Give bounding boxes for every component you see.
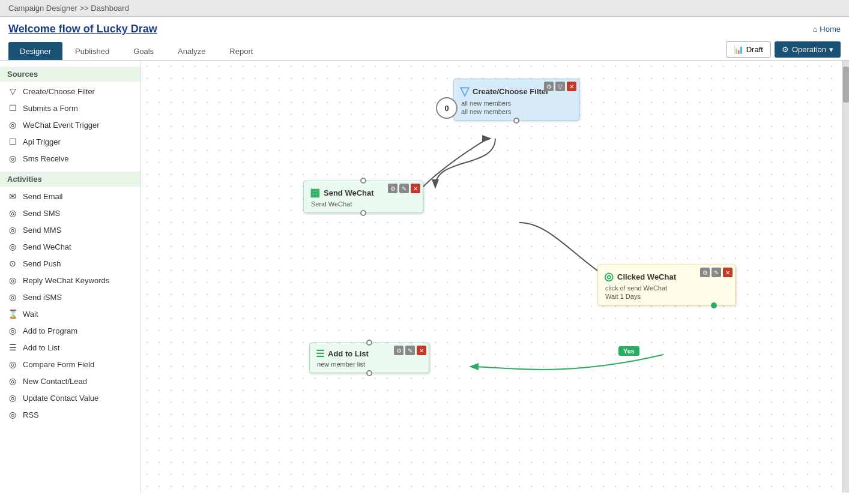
home-icon: ⌂ xyxy=(812,25,817,34)
tab-analyze[interactable]: Analyze xyxy=(166,42,217,60)
wechat-node-icon: ▦ xyxy=(310,186,320,199)
sources-section-title: Sources xyxy=(0,67,140,82)
clicked-node-sub1: click of send WeChat xyxy=(604,284,729,292)
sidebar-item-rss[interactable]: ◎ RSS xyxy=(0,406,140,423)
sidebar-item-label: New Contact/Lead xyxy=(23,377,87,386)
sidebar-item-label: Create/Choose Filter xyxy=(23,87,95,96)
wechat-icon: ◎ xyxy=(7,120,18,130)
sidebar-item-new-contact[interactable]: ◎ New Contact/Lead xyxy=(0,373,140,389)
sidebar-item-filter[interactable]: ▽ Create/Choose Filter xyxy=(0,83,140,100)
scrollbar-thumb[interactable] xyxy=(843,67,849,103)
tab-bar: Designer Published Goals Analyze Report … xyxy=(0,38,849,61)
isms-icon: ◎ xyxy=(7,292,18,302)
clicked-wechat-node[interactable]: ⚙ ✎ ✕ ◎ Clicked WeChat click of send WeC… xyxy=(597,265,736,305)
sidebar-item-send-email[interactable]: ✉ Send Email xyxy=(0,188,140,205)
main-container: Campaign Designer >> Dashboard Welcome f… xyxy=(0,0,849,504)
list-settings-btn[interactable]: ⚙ xyxy=(394,346,403,355)
wechat-close-btn[interactable]: ✕ xyxy=(411,184,420,193)
sidebar-item-sms-receive[interactable]: ◎ Sms Receive xyxy=(0,150,140,167)
list-close-btn[interactable]: ✕ xyxy=(417,346,426,355)
filter-close-btn[interactable]: ✕ xyxy=(567,82,576,91)
sidebar-item-add-list[interactable]: ☰ Add to List xyxy=(0,339,140,356)
sidebar-item-label: Send WeChat xyxy=(23,242,71,251)
filter-node[interactable]: 0 ⚙ ▽ ✕ ▽ Create/Choose Filter all new m… xyxy=(453,79,579,121)
list-node-icon: ☰ xyxy=(316,348,324,359)
sms-icon: ◎ xyxy=(7,154,18,163)
page-title[interactable]: Welcome flow of Lucky Draw xyxy=(8,23,157,35)
sidebar-item-wechat-trigger[interactable]: ◎ WeChat Event Trigger xyxy=(0,116,140,133)
reply-icon: ◎ xyxy=(7,275,18,285)
filter-filter-btn[interactable]: ▽ xyxy=(555,82,565,91)
clicked-close-btn[interactable]: ✕ xyxy=(723,268,733,277)
wait-icon: ⌛ xyxy=(7,309,18,319)
tab-report[interactable]: Report xyxy=(218,42,264,60)
tab-designer[interactable]: Designer xyxy=(8,42,62,60)
filter-count: 0 xyxy=(436,97,458,119)
sidebar-item-add-program[interactable]: ◎ Add to Program xyxy=(0,322,140,339)
draft-button[interactable]: 📊 Draft xyxy=(726,41,771,58)
filter-icon: ▽ xyxy=(7,86,18,96)
content-area: Sources ▽ Create/Choose Filter ☐ Submits… xyxy=(0,61,849,493)
wechat-node-title: Send WeChat xyxy=(324,188,374,197)
sidebar-item-label: Submits a Form xyxy=(23,104,78,113)
tab-goals[interactable]: Goals xyxy=(122,42,165,60)
filter-node-sub2: all new members xyxy=(460,108,573,115)
sidebar-item-reply-wechat[interactable]: ◎ Reply WeChat Keywords xyxy=(0,272,140,289)
sidebar-item-send-wechat[interactable]: ◎ Send WeChat xyxy=(0,238,140,255)
clicked-edit-btn[interactable]: ✎ xyxy=(712,268,721,277)
clicked-node-icon: ◎ xyxy=(604,270,614,283)
sidebar-item-label: Sms Receive xyxy=(23,154,69,163)
home-link[interactable]: ⌂ Home xyxy=(812,25,841,34)
sidebar-item-send-mms[interactable]: ◎ Send MMS xyxy=(0,221,140,238)
contact-icon: ◎ xyxy=(7,376,18,386)
sidebar-item-send-isms[interactable]: ◎ Send iSMS xyxy=(0,289,140,305)
clicked-node-sub2: Wait 1 Days xyxy=(604,293,729,300)
sidebar-item-label: Wait xyxy=(23,310,38,319)
breadcrumb: Campaign Designer >> Dashboard xyxy=(8,4,129,13)
operation-label: Operation xyxy=(792,45,826,54)
sidebar-item-wait[interactable]: ⌛ Wait xyxy=(0,305,140,322)
sms-act-icon: ◎ xyxy=(7,208,18,218)
filter-node-title: Create/Choose Filter xyxy=(473,87,549,96)
list-node-controls: ⚙ ✎ ✕ xyxy=(394,346,426,355)
draft-label: Draft xyxy=(746,45,763,54)
sidebar-item-label: Send MMS xyxy=(23,226,61,235)
sidebar-item-compare-form[interactable]: ◎ Compare Form Field xyxy=(0,356,140,373)
sidebar-item-submits-form[interactable]: ☐ Submits a Form xyxy=(0,100,140,116)
sidebar-item-label: Send Email xyxy=(23,192,62,201)
push-icon: ⊙ xyxy=(7,259,18,268)
operation-button[interactable]: ⚙ Operation ▾ xyxy=(775,41,841,58)
sidebar-item-label: Send iSMS xyxy=(23,293,62,302)
clicked-node-controls: ⚙ ✎ ✕ xyxy=(700,268,733,277)
sidebar-item-label: Send SMS xyxy=(23,209,60,218)
sidebar: Sources ▽ Create/Choose Filter ☐ Submits… xyxy=(0,61,141,493)
list-bottom-dot xyxy=(366,370,372,376)
program-icon: ◎ xyxy=(7,326,18,335)
wechat-settings-btn[interactable]: ⚙ xyxy=(388,184,397,193)
email-icon: ✉ xyxy=(7,191,18,201)
wechat-bottom-dot xyxy=(360,210,366,216)
list-edit-btn[interactable]: ✎ xyxy=(405,346,415,355)
wechat-edit-btn[interactable]: ✎ xyxy=(399,184,409,193)
chevron-down-icon: ▾ xyxy=(829,45,833,54)
compare-icon: ◎ xyxy=(7,359,18,369)
api-icon: ☐ xyxy=(7,137,18,146)
filter-bottom-dot xyxy=(513,118,519,124)
filter-settings-btn[interactable]: ⚙ xyxy=(544,82,554,91)
bar-chart-icon: 📊 xyxy=(734,45,743,54)
clicked-settings-btn[interactable]: ⚙ xyxy=(700,268,710,277)
activities-section-title: Activities xyxy=(0,172,140,187)
sidebar-item-send-sms[interactable]: ◎ Send SMS xyxy=(0,205,140,221)
flow-canvas[interactable]: 0 ⚙ ▽ ✕ ▽ Create/Choose Filter all new m… xyxy=(141,61,842,493)
home-label: Home xyxy=(820,25,841,34)
add-to-list-node[interactable]: ⚙ ✎ ✕ ☰ Add to List new member list xyxy=(309,343,429,373)
sidebar-item-update-contact[interactable]: ◎ Update Contact Value xyxy=(0,389,140,406)
mms-icon: ◎ xyxy=(7,225,18,235)
filter-node-sub1: all new members xyxy=(460,100,573,107)
sidebar-item-label: Add to List xyxy=(23,343,59,352)
sidebar-item-send-push[interactable]: ⊙ Send Push xyxy=(0,255,140,272)
sidebar-item-api-trigger[interactable]: ☐ Api Trigger xyxy=(0,133,140,150)
send-wechat-node[interactable]: ⚙ ✎ ✕ ▦ Send WeChat Send WeChat xyxy=(303,181,423,213)
right-scrollbar[interactable] xyxy=(842,61,849,493)
tab-published[interactable]: Published xyxy=(64,42,121,60)
